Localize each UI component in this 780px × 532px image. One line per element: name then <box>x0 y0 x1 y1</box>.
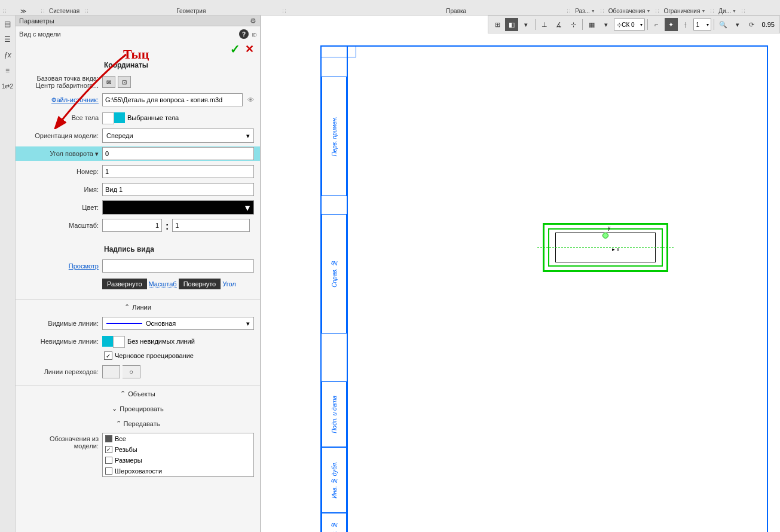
checkbox-icon[interactable] <box>105 435 112 442</box>
list-item[interactable]: ✓Резьбы <box>103 444 253 455</box>
transitions-on[interactable]: ○ <box>123 365 140 378</box>
list-item[interactable]: Шероховатости <box>103 466 253 476</box>
panel-title: Параметры <box>19 17 54 25</box>
parameters-panel: Параметры ⚙ Вид с модели ? ⎄ ✓ ✕ Тыц Коо… <box>16 16 261 532</box>
grid-icon[interactable]: ▦ <box>585 18 598 31</box>
color-select[interactable]: ▾ <box>102 200 254 215</box>
visible-lines-select[interactable]: Основная▾ <box>102 317 254 330</box>
top-menu: ⫶⫶ ≫ ⫶⫶ Системная ⫶⫶ Геометрия ⫶⫶ Правка… <box>0 7 780 16</box>
cs-select[interactable]: ⊹ СК 0 <box>614 19 644 30</box>
transfer-header[interactable]: ⌃Передавать <box>16 416 260 431</box>
layers-icon[interactable]: ☰ <box>2 33 14 45</box>
view-selection[interactable]: y ▸ x <box>543 223 668 272</box>
transitions-off[interactable] <box>102 365 120 378</box>
refresh-icon[interactable]: ⟳ <box>745 18 758 31</box>
draft-checkbox[interactable] <box>104 351 112 360</box>
zoom-value: 0.95 <box>760 21 777 28</box>
scale-b-input[interactable] <box>172 219 250 232</box>
dim-icon[interactable]: ⟊ <box>679 18 692 31</box>
objects-header[interactable]: ⌃Объекты <box>16 386 260 401</box>
fx-icon[interactable]: ƒx <box>2 49 14 61</box>
caption-input[interactable] <box>102 259 254 273</box>
swap-icon[interactable]: 1⇄2 <box>2 80 14 92</box>
rotated-btn[interactable]: Повернуто <box>179 279 221 289</box>
menu-geometry[interactable]: Геометрия <box>174 8 208 14</box>
dropdown-icon[interactable]: ▾ <box>519 18 533 31</box>
xy-icon[interactable]: ⊹ <box>567 18 580 31</box>
menu-edit[interactable]: Правка <box>443 8 469 14</box>
caption-title: Надпись вида <box>16 240 260 257</box>
help-icon[interactable]: ? <box>239 29 249 39</box>
l-icon[interactable]: ⌐ <box>650 18 663 31</box>
menu-notation[interactable]: Обозначения ▼ <box>606 8 653 14</box>
confirm-button[interactable]: ✓ <box>230 42 240 56</box>
list-item[interactable]: Все <box>103 433 253 444</box>
dropdown2-icon[interactable]: ▾ <box>599 18 613 31</box>
eraser-icon[interactable]: ◧ <box>505 18 518 31</box>
scale-link[interactable]: Масштаб <box>149 280 177 288</box>
list-icon[interactable]: ≡ <box>2 65 14 77</box>
drawing-frame: Перв. примен. Справ. № Подп. и дата Инв.… <box>320 45 768 532</box>
all-bodies-toggle[interactable] <box>102 112 125 123</box>
menu-system[interactable]: Системная <box>47 8 82 14</box>
name-input[interactable] <box>102 183 254 196</box>
envelope-icon[interactable]: ✉ <box>102 76 115 88</box>
angle-link[interactable]: Угол <box>222 280 236 288</box>
project-header[interactable]: ⌄Проецировать <box>16 401 260 416</box>
list-item[interactable]: Размеры <box>103 455 253 466</box>
angle-icon[interactable]: ∡ <box>552 18 565 31</box>
lines-header[interactable]: ⌃Линии <box>16 299 260 314</box>
drawing-canvas[interactable]: ⊞ ◧ ▾ ⊥ ∡ ⊹ ▦ ▾ ⊹ СК 0 ⌐ ✦ ⟊ 1 🔍 ▾ ⟳ 0.9… <box>261 16 780 532</box>
origin-marker <box>602 233 608 239</box>
tree-icon[interactable]: ▤ <box>2 18 14 30</box>
orientation-select[interactable]: Спереди▾ <box>102 129 254 143</box>
menu-constraints[interactable]: Ограничения ▼ <box>661 8 708 14</box>
checkbox-icon[interactable] <box>105 457 112 464</box>
menu-diag[interactable]: Ди... ▼ <box>716 8 739 14</box>
preview-link[interactable]: Просмотр <box>69 262 99 270</box>
file-source-input[interactable] <box>102 93 243 106</box>
left-sidebar: ▤ ☰ ƒx ≡ 1⇄2 <box>0 16 16 532</box>
checkbox-icon[interactable]: ✓ <box>105 446 112 453</box>
eye-icon[interactable]: 👁 <box>247 96 254 103</box>
coords-title: Координаты <box>16 56 260 73</box>
checkbox-icon[interactable] <box>105 467 112 475</box>
perp-icon[interactable]: ⊥ <box>538 18 551 31</box>
zoom-icon[interactable]: 🔍 <box>717 18 730 31</box>
snap-icon[interactable]: ✦ <box>665 18 678 31</box>
one-select[interactable]: 1 <box>693 19 711 30</box>
canvas-toolbar: ⊞ ◧ ▾ ⊥ ∡ ⊹ ▦ ▾ ⊹ СК 0 ⌐ ✦ ⟊ 1 🔍 ▾ ⟳ 0.9… <box>488 16 780 33</box>
grid3-icon[interactable]: ⊞ <box>491 18 504 31</box>
number-input[interactable] <box>102 165 254 178</box>
gear-icon[interactable]: ⚙ <box>250 17 256 25</box>
file-source-link[interactable]: Файл-источник: <box>51 96 99 103</box>
invisible-toggle[interactable] <box>102 336 125 347</box>
tree-toggle-icon[interactable]: ⎄ <box>252 30 256 38</box>
expanded-btn[interactable]: Развернуто <box>102 279 147 289</box>
panel-subtitle: Вид с модели <box>19 30 61 38</box>
dropdown3-icon[interactable]: ▾ <box>731 18 744 31</box>
cancel-button[interactable]: ✕ <box>245 42 254 56</box>
grip-icon: ⫶⫶ <box>0 8 8 14</box>
scale-a-input[interactable] <box>102 219 162 232</box>
rotation-input[interactable] <box>102 147 254 160</box>
target-icon[interactable]: ⊡ <box>118 76 131 88</box>
menu-dim[interactable]: Раз... ▼ <box>573 8 598 14</box>
